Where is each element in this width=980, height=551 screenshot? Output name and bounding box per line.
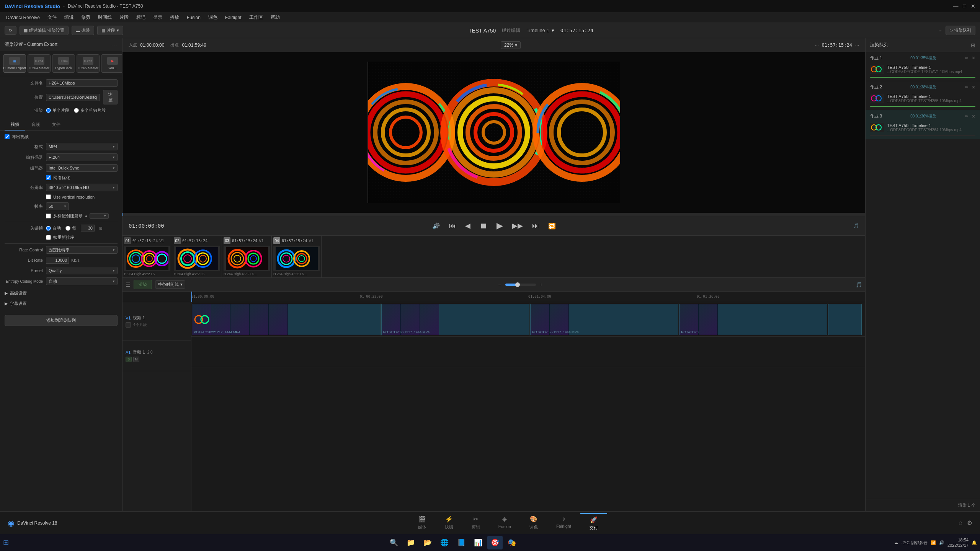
play-btn[interactable]: ▶ [493,219,506,232]
browse-btn[interactable]: 浏览 [103,90,118,104]
render-queue-expand-icon[interactable]: ⊞ [971,42,975,48]
filename-input[interactable] [46,79,118,87]
keyframe-auto-radio[interactable]: 自动 [46,225,61,231]
job-3-edit-icon[interactable]: ✏ [965,114,969,119]
v1-toggle-icon[interactable] [126,322,131,328]
timeline-selector[interactable]: Timeline 1 ▾ [526,28,554,33]
timeline-mode-select[interactable]: 整条时间线 ▾ [155,280,185,289]
nav-tab-edit[interactable]: ✂ 剪辑 [462,513,489,533]
a1-m-btn[interactable]: M [133,357,139,362]
stop-btn[interactable]: ⏹ [477,220,490,232]
nav-tab-media[interactable]: 🎬 媒体 [409,513,436,533]
tab-video[interactable]: 视频 [5,119,25,130]
menu-edit[interactable]: 编辑 [61,13,77,21]
next-frame-btn[interactable]: ▶▶ [509,220,526,231]
menu-fusion[interactable]: Fusion [184,14,204,21]
job-2-edit-icon[interactable]: ✏ [965,85,969,90]
job-1-edit-icon[interactable]: ✏ [965,55,969,61]
zoom-handle[interactable] [515,282,520,287]
windows-start-icon[interactable]: ⊞ [3,538,9,547]
menu-davinci[interactable]: DaVinci Resolve [3,14,43,21]
clip-item-1[interactable]: 01 01:57:15:24 V1 H.264 High 4:2:2 L5... [122,236,172,277]
format-select-wrapper[interactable]: MP4 [46,143,118,150]
timecode-more-icon[interactable]: ··· [855,42,859,48]
zoom-out-btn[interactable]: − [496,281,503,289]
taskbar-app-search[interactable]: 🔍 [386,536,402,549]
resolution-select-wrapper[interactable]: 3840 x 2160 Ultra HD [46,184,118,191]
skip-to-end-btn[interactable]: ⏭ [529,220,542,231]
network-icon[interactable]: 📶 [931,540,936,545]
volume-taskbar-icon[interactable]: 🔊 [939,540,944,545]
use-vertical-checkbox[interactable] [46,194,51,199]
taskbar-app-outlook[interactable]: 📘 [454,536,469,549]
menu-color[interactable]: 调色 [205,13,220,21]
resolution-select[interactable]: 3840 x 2160 Ultra HD [46,184,118,191]
prev-frame-btn[interactable]: ◀ [462,220,474,231]
loop-btn[interactable]: 🔁 [545,221,559,231]
menu-view[interactable]: 显示 [150,13,165,21]
encoder-select-wrapper[interactable]: Intel Quick Sync [46,164,118,172]
timeline-clip-4[interactable]: POTATO20... [679,304,827,335]
nav-tab-color[interactable]: 🎨 调色 [520,513,547,533]
menu-clip[interactable]: 片段 [116,13,132,21]
menu-play[interactable]: 播放 [167,13,182,21]
timeline-hamburger-icon[interactable]: ☰ [126,282,131,288]
framerate-select[interactable]: 50 [46,202,69,210]
framerate-select-wrapper[interactable]: 50 [46,202,69,210]
panel-options-btn[interactable]: ··· [111,42,118,47]
preset-youtube[interactable]: ▶ You... [101,54,122,73]
menu-file[interactable]: 文件 [44,13,60,21]
close-btn[interactable]: ✕ [971,3,975,9]
clip-item-2[interactable]: 02 01:57:15:24 H.264 High 4:2:2 L5... [172,236,222,277]
preset-h264-master[interactable]: H.264 H.264 Master [28,54,51,73]
keyframe-frames-input[interactable] [81,225,95,231]
tab-audio[interactable]: 音频 [25,119,46,130]
chapter-checkbox[interactable] [46,214,51,218]
taskbar-app-explorer[interactable]: 📂 [420,536,435,549]
settings-icon[interactable]: ⚙ [967,519,972,527]
timeline-clip-5[interactable] [828,304,862,335]
zoom-selector[interactable]: 22% ▾ [501,41,521,49]
taskbar-app-other[interactable]: 🎭 [504,536,519,549]
menu-trim[interactable]: 修剪 [78,13,93,21]
nav-tab-fairlight[interactable]: ♪ Fairlight [547,513,580,533]
chapter-select-wrapper[interactable] [90,213,109,219]
window-controls[interactable]: — □ ✕ [953,3,975,9]
toolbar-render-settings-btn[interactable]: ▦ 经过编辑 渲染设置 [20,26,69,35]
entropy-select-wrapper[interactable]: 自动 [46,277,118,285]
menu-fairlight[interactable]: Fairlight [222,14,245,21]
toolbar-band-btn[interactable]: ▬ 磁带 [72,26,94,35]
clip-item-3[interactable]: 03 01:57:15:24 V1 H.264 High 4:2:2 L5... [222,236,272,277]
rate-control-select[interactable]: 固定比特率 [46,246,118,254]
maximize-btn[interactable]: □ [963,3,966,9]
taskbar-app-resolve[interactable]: 🎯 [487,536,503,549]
multi-clip-radio[interactable]: 多个单独片段 [74,108,106,113]
home-icon[interactable]: ⌂ [959,520,962,527]
notification-icon[interactable]: 🔔 [972,540,977,545]
volume-icon[interactable]: 🔊 [429,221,443,231]
menu-mark[interactable]: 标记 [133,13,149,21]
job-2-delete-icon[interactable]: ✕ [972,85,975,90]
timeline-render-btn[interactable]: 渲染 [134,280,152,289]
job-1-delete-icon[interactable]: ✕ [972,55,975,61]
menu-timeline[interactable]: 时间线 [95,13,115,21]
skip-to-start-btn[interactable]: ⏮ [446,220,459,231]
subtitle-toggle[interactable]: ▶ 字幕设置 [5,298,118,309]
nav-tab-deliver[interactable]: 🚀 交付 [580,513,607,533]
preset-select-wrapper[interactable]: Quality [46,267,118,274]
codec-select-wrapper[interactable]: H.264 [46,153,118,161]
rate-control-select-wrapper[interactable]: 固定比特率 [46,246,118,254]
tab-file[interactable]: 文件 [46,119,67,130]
toolbar-sync-btn[interactable]: ⟳ [5,26,16,35]
format-select[interactable]: MP4 [46,143,118,150]
toolbar-more-icon[interactable]: ··· [939,28,942,33]
timeline-clip-1[interactable]: POTATO20221217_1444.MP4 [192,304,381,335]
nav-tab-fusion[interactable]: ◈ Fusion [489,513,520,533]
encoder-select[interactable]: Intel Quick Sync [46,164,118,172]
minimize-btn[interactable]: — [953,3,959,9]
timeline-clip-3[interactable]: POTATO20221217_1444.MP4 [530,304,678,335]
toolbar-segment-btn[interactable]: ▤ 片段 ▾ [97,26,123,35]
advanced-toggle[interactable]: ▶ 高级设置 [5,288,118,298]
preset-hyperdeck[interactable]: H.264 HyperDeck [52,54,75,73]
timeline-audio-icon[interactable]: 🎵 [856,282,862,288]
